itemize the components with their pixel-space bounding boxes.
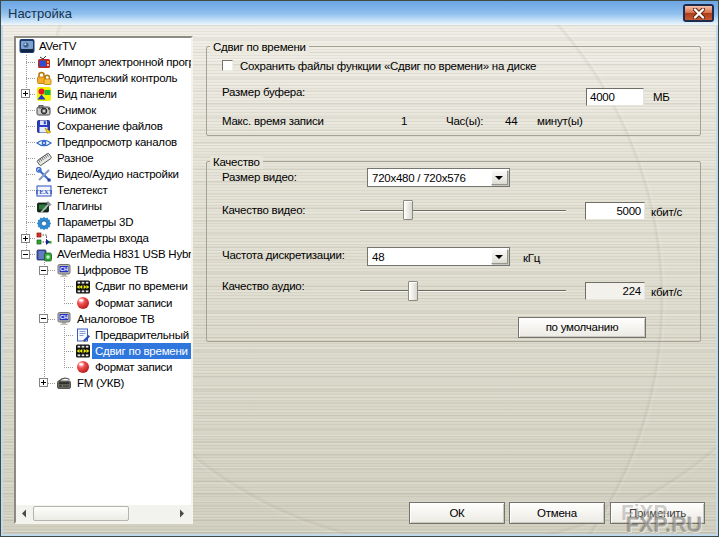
svg-text:CH: CH [60,266,68,272]
svg-text:CH: CH [60,314,68,320]
svg-text:TEXT: TEXT [36,187,52,195]
